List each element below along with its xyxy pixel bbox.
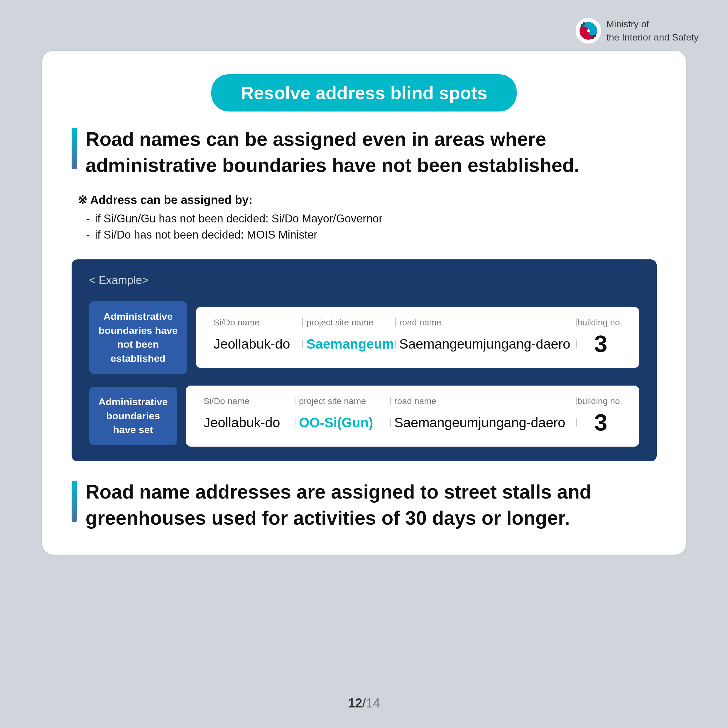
label-building-2: building no.	[578, 396, 624, 406]
total-pages: 14	[366, 696, 380, 710]
section2-heading-text: Road name addresses are assigned to stre…	[86, 479, 592, 531]
title-pill: Resolve address blind spots	[211, 74, 517, 112]
address-card-1: Si/Do name project site name road name b…	[196, 307, 639, 368]
value-sido-2: Jeollabuk-do	[201, 414, 294, 430]
divider-2a	[295, 397, 295, 405]
val-divider-2c	[576, 418, 577, 427]
section2-heading: Road name addresses are assigned to stre…	[72, 479, 657, 531]
svg-point-3	[581, 24, 583, 27]
page-wrapper: Ministry of the Interior and Safety Reso…	[0, 0, 728, 728]
val-divider-2b	[390, 418, 391, 427]
note-section: ※ Address can be assigned by: if Si/Gun/…	[72, 193, 657, 245]
label-road-2: road name	[392, 396, 576, 406]
title-text: Resolve address blind spots	[241, 83, 487, 103]
heading-bar-icon	[72, 128, 77, 169]
example-row-2: Administrativeboundarieshave set Si/Do n…	[89, 385, 639, 447]
svg-point-4	[592, 37, 594, 39]
example-row-1: Administrativeboundaries havenot beenest…	[89, 301, 639, 373]
logo-area: Ministry of the Interior and Safety	[575, 18, 699, 44]
example-label: < Example>	[89, 274, 639, 287]
addr-labels-2: Si/Do name project site name road name b…	[201, 396, 624, 406]
badge-set: Administrativeboundarieshave set	[89, 387, 177, 445]
addr-values-2: Jeollabuk-do OO-Si(Gun) Saemangeumjungan…	[201, 409, 624, 436]
note-item-2: if Si/Do has not been decided: MOIS Mini…	[86, 229, 657, 241]
label-sido-2: Si/Do name	[201, 396, 294, 406]
value-building-2: 3	[578, 409, 624, 436]
page-number: 12/14	[348, 696, 380, 710]
divider-1a	[302, 318, 303, 327]
val-divider-1b	[395, 340, 396, 348]
logo-text: Ministry of the Interior and Safety	[606, 18, 699, 44]
value-project-1: Saemangeum	[303, 336, 395, 352]
header: Ministry of the Interior and Safety	[0, 0, 728, 50]
value-sido-1: Jeollabuk-do	[211, 336, 302, 352]
addr-labels-1: Si/Do name project site name road name b…	[211, 318, 624, 327]
current-page: 12	[348, 696, 362, 710]
svg-point-2	[583, 22, 585, 24]
label-building-1: building no.	[578, 318, 624, 327]
label-project-2: project site name	[296, 396, 390, 406]
label-road-1: road name	[396, 318, 576, 327]
section1-heading-text: Road names can be assigned even in areas…	[86, 126, 580, 178]
main-card: Resolve address blind spots Road names c…	[41, 50, 687, 555]
value-building-1: 3	[578, 330, 624, 357]
val-divider-1c	[576, 340, 577, 348]
section1-heading: Road names can be assigned even in areas…	[72, 126, 657, 178]
page-separator: /	[362, 696, 366, 710]
title-pill-container: Resolve address blind spots	[72, 74, 657, 112]
svg-point-5	[593, 35, 596, 37]
example-section: < Example> Administrativeboundaries have…	[72, 259, 657, 461]
value-road-2: Saemangeumjungang-daero	[392, 414, 576, 430]
note-item-1: if Si/Gun/Gu has not been decided: Si/Do…	[86, 213, 657, 225]
svg-point-1	[587, 29, 590, 32]
val-divider-2a	[295, 418, 295, 427]
value-road-1: Saemangeumjungang-daero	[396, 336, 576, 352]
divider-1c	[576, 318, 577, 327]
val-divider-1a	[302, 340, 303, 348]
label-sido-1: Si/Do name	[211, 318, 302, 327]
label-project-1: project site name	[303, 318, 395, 327]
badge-not-established: Administrativeboundaries havenot beenest…	[89, 301, 187, 373]
heading-bar-2-icon	[72, 481, 77, 522]
address-card-2: Si/Do name project site name road name b…	[186, 385, 639, 447]
note-list: if Si/Gun/Gu has not been decided: Si/Do…	[78, 213, 657, 241]
ministry-logo-icon	[575, 18, 601, 44]
value-project-2: OO-Si(Gun)	[296, 414, 390, 430]
divider-1b	[395, 318, 396, 327]
addr-values-1: Jeollabuk-do Saemangeum Saemangeumjungan…	[211, 330, 624, 357]
note-title: ※ Address can be assigned by:	[78, 193, 657, 206]
divider-2b	[390, 397, 391, 405]
divider-2c	[576, 397, 577, 405]
